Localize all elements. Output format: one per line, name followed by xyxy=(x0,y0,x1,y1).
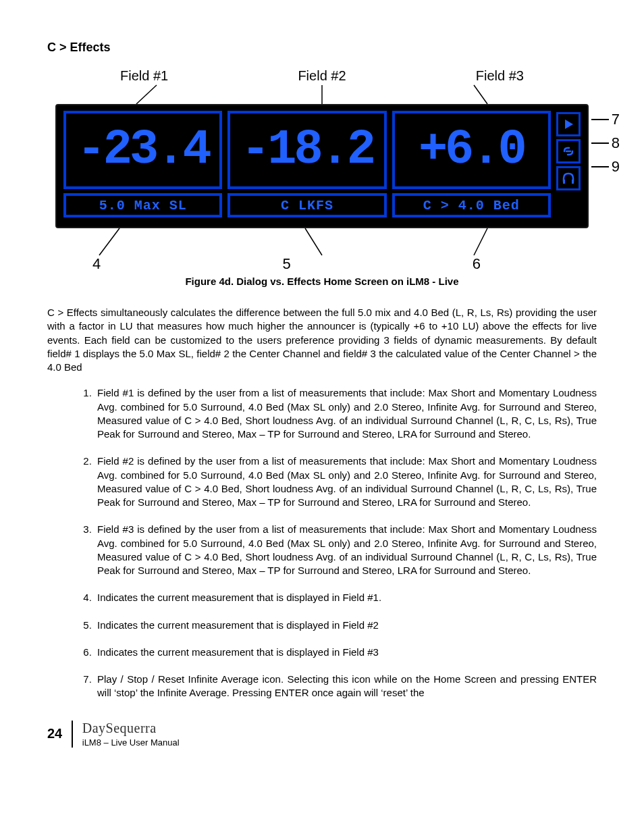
list-item: Indicates the current measurement that i… xyxy=(95,619,597,632)
footer-divider xyxy=(72,721,73,748)
callout-field1: Field #1 xyxy=(55,68,233,84)
field2-column: -18.2 C LKFS xyxy=(227,111,386,217)
top-callout-labels: Field #1 Field #2 Field #3 xyxy=(55,68,589,84)
callout-7: 7 xyxy=(612,111,620,128)
headphone-icon xyxy=(556,166,581,190)
top-connector-lines xyxy=(55,85,589,104)
callout-6: 6 xyxy=(351,255,589,273)
list-item: Play / Stop / Reset Infinite Average ico… xyxy=(95,673,597,700)
intro-paragraph: C > Effects simultaneously calculates th… xyxy=(47,306,597,374)
list-item: Field #2 is defined by the user from a l… xyxy=(95,454,597,509)
svg-line-6 xyxy=(99,228,119,255)
list-item: Indicates the current measurement that i… xyxy=(95,591,597,604)
side-icons xyxy=(556,111,581,217)
page-number: 24 xyxy=(47,726,62,741)
callout-5: 5 xyxy=(222,255,352,273)
figure-4d: Field #1 Field #2 Field #3 -23.4 5.0 Max… xyxy=(55,68,589,287)
callout-4: 4 xyxy=(55,255,222,273)
svg-marker-3 xyxy=(565,120,573,129)
field2-label: C LKFS xyxy=(227,193,386,217)
device-screen: -23.4 5.0 Max SL -18.2 C LKFS +6.0 C > 4… xyxy=(55,104,589,228)
field1-label: 5.0 Max SL xyxy=(63,193,222,217)
list-item: Indicates the current measurement that i… xyxy=(95,646,597,659)
play-icon xyxy=(556,112,581,136)
callout-8: 8 xyxy=(612,134,620,152)
svg-line-7 xyxy=(305,228,322,255)
link-icon xyxy=(556,139,581,163)
svg-rect-5 xyxy=(572,180,574,184)
field2-value: -18.2 xyxy=(227,111,386,189)
bottom-callout-numbers: 4 5 6 xyxy=(55,255,589,273)
field3-label: C > 4.0 Bed xyxy=(392,193,551,217)
field3-column: +6.0 C > 4.0 Bed xyxy=(392,111,551,217)
brand-name: DaySequerra xyxy=(82,721,180,736)
svg-line-2 xyxy=(474,85,487,104)
list-item: Field #1 is defined by the user from a l… xyxy=(95,386,597,441)
figure-caption: Figure 4d. Dialog vs. Effects Home Scree… xyxy=(55,276,589,287)
field1-value: -23.4 xyxy=(63,111,222,189)
numbered-list: Field #1 is defined by the user from a l… xyxy=(47,386,597,700)
page-footer: 24 DaySequerra iLM8 – Live User Manual xyxy=(47,721,597,748)
manual-title: iLM8 – Live User Manual xyxy=(82,737,180,748)
svg-line-8 xyxy=(474,228,487,255)
list-item: Field #3 is defined by the user from a l… xyxy=(95,523,597,577)
svg-line-0 xyxy=(136,85,157,104)
section-heading: C > Effects xyxy=(47,41,597,55)
svg-rect-4 xyxy=(563,180,565,184)
field1-column: -23.4 5.0 Max SL xyxy=(63,111,222,217)
callout-field2: Field #2 xyxy=(233,68,410,84)
field3-value: +6.0 xyxy=(392,111,551,189)
right-callout-numbers: 7 8 9 xyxy=(591,111,620,176)
callout-field3: Field #3 xyxy=(411,68,589,84)
callout-9: 9 xyxy=(612,158,620,176)
bottom-connector-lines xyxy=(55,228,589,255)
